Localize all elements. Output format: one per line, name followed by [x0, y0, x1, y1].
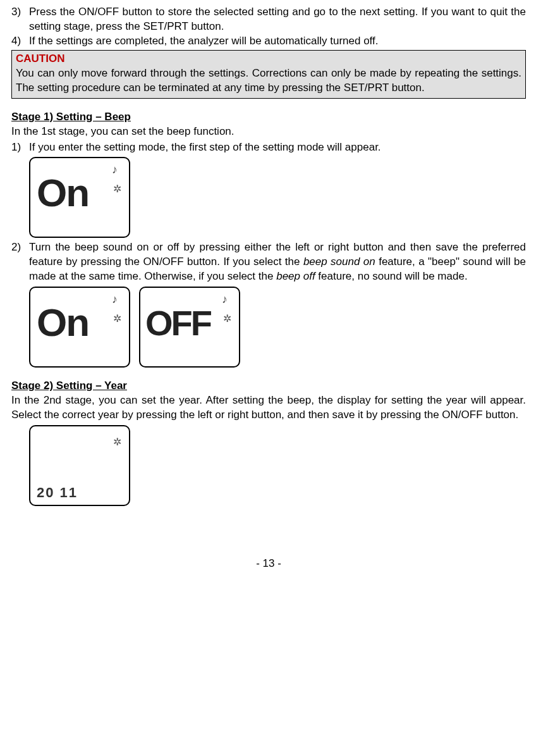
- stage1-step2: 2) Turn the beep sound on or off by pres…: [11, 240, 526, 284]
- music-note-icon: ♪: [112, 162, 118, 177]
- stage2-heading: Stage 2) Setting – Year: [11, 379, 526, 393]
- lcd-row-1: ♪ ✲ On: [29, 157, 526, 238]
- list-item-4: 4) If the settings are completed, the an…: [11, 34, 526, 49]
- item-text: If the settings are completed, the analy…: [29, 34, 526, 49]
- caution-body: You can only move forward through the se…: [16, 66, 521, 96]
- lcd-row-3: ✲ 20 11: [29, 425, 526, 506]
- music-note-icon: ♪: [112, 292, 118, 307]
- lcd-screen-year: ✲ 20 11: [29, 425, 130, 506]
- music-note-icon: ♪: [222, 292, 228, 307]
- lcd-main-text: OFF: [145, 306, 210, 341]
- emphasis: beep sound on: [303, 256, 375, 268]
- text-part: feature, no sound will be made.: [315, 270, 468, 282]
- stage1-heading: Stage 1) Setting – Beep: [11, 110, 526, 125]
- item-text: Press the ON/OFF button to store the sel…: [29, 5, 526, 34]
- stage2-body: In the 2nd stage, you can set the year. …: [11, 393, 526, 423]
- gear-icon: ✲: [113, 435, 121, 449]
- stage1-intro: In the 1st stage, you can set the beep f…: [11, 125, 526, 139]
- lcd-main-text: On: [37, 173, 88, 213]
- stage1-step1: 1) If you enter the setting mode, the fi…: [11, 140, 526, 155]
- gear-icon: ✲: [113, 312, 121, 326]
- page-number: - 13 -: [11, 557, 526, 571]
- item-number: 3): [11, 5, 29, 34]
- list-item-3: 3) Press the ON/OFF button to store the …: [11, 5, 526, 34]
- lcd-screen-off: ♪ ✲ OFF: [139, 287, 240, 368]
- gear-icon: ✲: [223, 312, 231, 326]
- emphasis: beep off: [276, 270, 315, 282]
- item-text: Turn the beep sound on or off by pressin…: [29, 240, 526, 284]
- item-number: 1): [11, 140, 29, 155]
- item-text: If you enter the setting mode, the first…: [29, 140, 526, 155]
- lcd-screen-on: ♪ ✲ On: [29, 287, 130, 368]
- item-number: 4): [11, 34, 29, 49]
- item-number: 2): [11, 240, 29, 284]
- lcd-main-text: On: [37, 303, 88, 342]
- lcd-year-text: 20 11: [37, 483, 78, 502]
- caution-title: CAUTION: [16, 52, 521, 66]
- lcd-screen-on: ♪ ✲ On: [29, 157, 130, 238]
- lcd-row-2: ♪ ✲ On ♪ ✲ OFF: [29, 287, 526, 368]
- gear-icon: ✲: [113, 182, 121, 196]
- caution-box: CAUTION You can only move forward throug…: [11, 50, 526, 99]
